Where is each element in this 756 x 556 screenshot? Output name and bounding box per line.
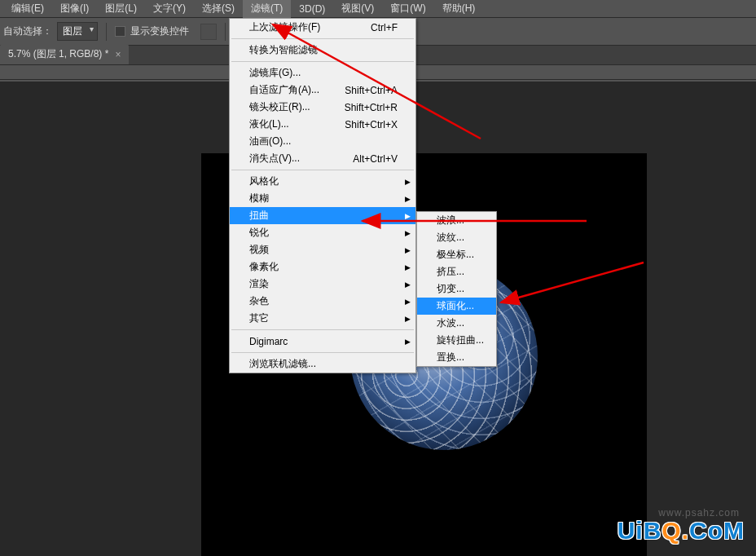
filter-menu-item[interactable]: 扭曲▶ [230,207,415,224]
menu-item-label: 视频 [249,243,269,257]
menu-item-shortcut: Shift+Ctrl+A [345,85,398,96]
menu-item-label: 切变... [437,282,464,296]
filter-menu-item[interactable]: 视频▶ [230,241,415,258]
distort-submenu: 波浪...波纹...极坐标...挤压...切变...球面化...水波...旋转扭… [416,211,497,367]
menu-item-label: 自适应广角(A)... [249,83,319,97]
menu-item-label: 球面化... [437,299,474,313]
filter-menu-item[interactable]: 锐化▶ [230,224,415,241]
menu-divider [231,61,414,62]
watermark: UiBQ.CoM [618,517,745,545]
watermark-part: CoM [689,517,745,544]
distort-submenu-item[interactable]: 挤压... [417,263,496,280]
menu-divider [231,352,414,353]
menu-window[interactable]: 窗口(W) [382,0,433,18]
submenu-arrow-icon: ▶ [405,263,411,271]
menu-help[interactable]: 帮助(H) [434,0,484,18]
filter-menu-item[interactable]: 转换为智能滤镜 [230,42,415,59]
watermark-part: UiB [618,517,662,544]
align-icons [200,24,217,40]
menu-item-label: 水波... [437,316,464,330]
menu-item-label: 风格化 [249,174,279,188]
menu-item-label: 其它 [249,311,269,325]
menu-divider [231,170,414,170]
distort-submenu-item[interactable]: 切变... [417,280,496,298]
distort-submenu-item[interactable]: 水波... [417,315,496,332]
menu-edit[interactable]: 编辑(E) [3,0,52,18]
menu-layer[interactable]: 图层(L) [97,0,145,18]
toolbar-separator [225,23,226,41]
filter-menu-item[interactable]: 油画(O)... [230,133,415,150]
submenu-arrow-icon: ▶ [405,338,411,346]
menu-item-label: 液化(L)... [249,117,289,131]
document-tab[interactable]: 5.7% (图层 1, RGB/8) * × [0,44,129,64]
document-title: 5.7% (图层 1, RGB/8) * [8,47,108,61]
menu-item-label: 转换为智能滤镜 [249,43,318,57]
menu-filter[interactable]: 滤镜(T) [243,0,291,18]
submenu-arrow-icon: ▶ [405,298,411,306]
menu-item-label: 消失点(V)... [249,152,300,165]
filter-dropdown-menu: 上次滤镜操作(F)Ctrl+F转换为智能滤镜滤镜库(G)...自适应广角(A).… [229,18,416,373]
distort-submenu-item[interactable]: 旋转扭曲... [417,332,496,349]
submenu-arrow-icon: ▶ [405,280,411,289]
filter-menu-item[interactable]: 像素化▶ [230,258,415,276]
menu-item-label: 像素化 [249,260,279,274]
show-transform-checkbox[interactable] [115,26,125,37]
menu-item-label: 极坐标... [437,248,474,262]
menu-view[interactable]: 视图(V) [333,0,382,18]
submenu-arrow-icon: ▶ [405,195,411,203]
menu-item-shortcut: Shift+Ctrl+R [345,102,398,113]
filter-menu-item[interactable]: 渲染▶ [230,276,415,293]
menu-bar: 编辑(E) 图像(I) 图层(L) 文字(Y) 选择(S) 滤镜(T) 3D(D… [0,0,756,18]
submenu-arrow-icon: ▶ [405,246,411,254]
menu-type[interactable]: 文字(Y) [145,0,194,18]
submenu-arrow-icon: ▶ [405,212,411,220]
distort-submenu-item[interactable]: 波浪... [417,212,496,229]
toolbar-separator [106,23,107,41]
menu-item-shortcut: Alt+Ctrl+V [353,153,398,165]
align-icon[interactable] [200,24,217,40]
menu-item-label: 浏览联机滤镜... [249,357,316,371]
menu-item-label: 挤压... [437,265,464,279]
menu-select[interactable]: 选择(S) [194,0,243,18]
show-transform-label: 显示变换控件 [130,24,189,38]
auto-select-label: 自动选择： [3,24,52,38]
menu-item-shortcut: Shift+Ctrl+X [345,119,398,130]
menu-divider [231,329,414,330]
distort-submenu-item[interactable]: 置换... [417,349,496,366]
menu-item-label: 滤镜库(G)... [249,66,301,80]
filter-menu-item[interactable]: 上次滤镜操作(F)Ctrl+F [230,19,415,36]
watermark-part: Q. [662,517,689,544]
filter-menu-item[interactable]: Digimarc▶ [230,333,415,350]
filter-menu-item[interactable]: 风格化▶ [230,173,415,190]
filter-menu-item[interactable]: 模糊▶ [230,190,415,207]
distort-submenu-item[interactable]: 波纹... [417,229,496,246]
filter-menu-item[interactable]: 镜头校正(R)...Shift+Ctrl+R [230,99,415,116]
submenu-arrow-icon: ▶ [405,178,411,186]
distort-submenu-item[interactable]: 极坐标... [417,246,496,263]
menu-item-label: 波浪... [437,214,464,227]
menu-item-label: Digimarc [249,336,288,347]
menu-item-label: 置换... [437,351,464,364]
filter-menu-item[interactable]: 浏览联机滤镜... [230,355,415,373]
submenu-arrow-icon: ▶ [405,315,411,323]
auto-select-dropdown[interactable]: 图层 [57,22,98,41]
close-icon[interactable]: × [115,49,121,60]
filter-menu-item[interactable]: 消失点(V)...Alt+Ctrl+V [230,150,415,167]
menu-item-label: 模糊 [249,192,269,205]
menu-image[interactable]: 图像(I) [52,0,97,18]
distort-submenu-item[interactable]: 球面化... [417,298,496,315]
filter-menu-item[interactable]: 其它▶ [230,310,415,327]
filter-menu-item[interactable]: 杂色▶ [230,293,415,310]
filter-menu-item[interactable]: 自适应广角(A)...Shift+Ctrl+A [230,82,415,99]
menu-item-label: 上次滤镜操作(F) [249,20,320,34]
filter-menu-item[interactable]: 滤镜库(G)... [230,64,415,82]
menu-item-shortcut: Ctrl+F [371,22,398,33]
menu-item-label: 镜头校正(R)... [249,100,310,114]
menu-item-label: 渲染 [249,277,269,291]
menu-divider [231,38,414,39]
filter-menu-item[interactable]: 液化(L)...Shift+Ctrl+X [230,116,415,133]
menu-3d[interactable]: 3D(D) [291,1,333,17]
menu-item-label: 波纹... [437,231,464,245]
menu-item-label: 杂色 [249,294,269,308]
menu-item-label: 扭曲 [249,209,269,223]
